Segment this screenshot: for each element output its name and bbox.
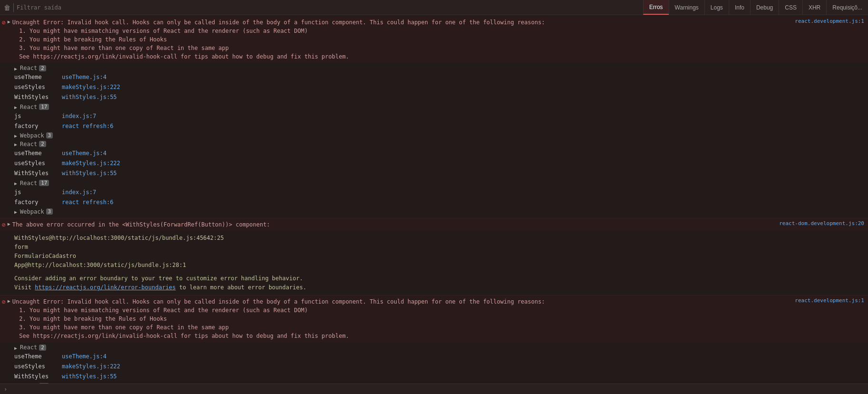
stack-row: factory react refresh:6 bbox=[14, 121, 868, 131]
stack-name: useStyles bbox=[14, 83, 62, 92]
error-file-ref-1[interactable]: react.development.js:1 bbox=[795, 18, 864, 24]
tab-requisicoes[interactable]: Requisiçõ... bbox=[826, 0, 868, 15]
stack-group-react-3[interactable]: ▶ React 2 bbox=[14, 140, 868, 148]
stack-file[interactable]: index.js:7 bbox=[62, 112, 96, 121]
tab-warnings[interactable]: Warnings bbox=[669, 0, 704, 15]
error2-line3: FormularioCadastro bbox=[14, 252, 864, 261]
expand-group-icon: ▶ bbox=[14, 181, 17, 186]
stack-count: 2 bbox=[39, 141, 46, 147]
stack-name: useTheme bbox=[14, 73, 62, 82]
stack-name: factory bbox=[14, 122, 62, 131]
console-prompt-icon: › bbox=[4, 386, 7, 393]
stack-group-label: React bbox=[20, 180, 37, 187]
stack-group-react-2[interactable]: ▶ React 17 bbox=[14, 103, 868, 111]
error-icon-2: ⊘ bbox=[2, 221, 6, 228]
stack-group-label: React bbox=[20, 344, 37, 351]
stack-row: WithStyles withStyles.js:55 bbox=[14, 168, 868, 178]
stack-row: useTheme useTheme.js:4 bbox=[14, 352, 868, 362]
expand-error-2[interactable]: ▶ bbox=[8, 221, 10, 227]
stack-group-label: React bbox=[20, 65, 37, 71]
stack-file[interactable]: react refresh:6 bbox=[62, 122, 113, 131]
stack-name: WithStyles bbox=[14, 169, 62, 178]
error-stack-1: ▶ React 2 useTheme useTheme.js:4 useStyl… bbox=[0, 63, 868, 218]
stack-row: useStyles makeStyles.js:222 bbox=[14, 362, 868, 372]
stack-row: useTheme useTheme.js:4 bbox=[14, 148, 868, 158]
stack-file[interactable]: react refresh:6 bbox=[62, 198, 113, 207]
error-file-ref-3[interactable]: react.development.js:1 bbox=[795, 297, 864, 304]
tab-debug[interactable]: Debug bbox=[750, 0, 779, 15]
stack-count: 2 bbox=[39, 65, 46, 71]
stack-group-react-4[interactable]: ▶ React 17 bbox=[14, 179, 868, 187]
stack-row: useStyles makeStyles.js:222 bbox=[14, 82, 868, 92]
stack-count: 17 bbox=[39, 104, 49, 110]
error-header-1: ⊘ ▶ Uncaught Error: Invalid hook call. H… bbox=[0, 16, 868, 63]
stack-file[interactable]: withStyles.js:55 bbox=[62, 372, 117, 381]
toolbar-left: 🗑 bbox=[0, 3, 643, 12]
error-header-3: ⊘ ▶ Uncaught Error: Invalid hook call. H… bbox=[0, 296, 868, 342]
expand-error-3[interactable]: ▶ bbox=[8, 298, 10, 304]
expand-group-icon: ▶ bbox=[14, 345, 17, 351]
stack-group-react-1[interactable]: ▶ React 2 bbox=[14, 64, 868, 72]
error-message-1: Uncaught Error: Invalid hook call. Hooks… bbox=[12, 18, 868, 61]
error2-line4: App@http://localhost:3000/static/js/bund… bbox=[14, 261, 864, 270]
stack-name: useTheme bbox=[14, 149, 62, 158]
stack-group-label: Webpack bbox=[20, 208, 44, 215]
bottom-bar: › bbox=[0, 384, 868, 394]
stack-name: useStyles bbox=[14, 159, 62, 168]
stack-row: js index.js:7 bbox=[14, 111, 868, 121]
error-boundaries-link[interactable]: https://reactjs.org/link/error-boundarie… bbox=[35, 284, 176, 291]
stack-group-webpack-1[interactable]: ▶ Webpack 3 bbox=[14, 131, 868, 140]
stack-group-webpack-2[interactable]: ▶ Webpack 3 bbox=[14, 207, 868, 216]
error2-line5: Consider adding an error boundary to you… bbox=[14, 274, 864, 283]
filter-input[interactable] bbox=[17, 4, 112, 11]
expand-group-icon: ▶ bbox=[14, 209, 17, 215]
error2-line2: form bbox=[14, 243, 864, 252]
error-block-1: ⊘ ▶ Uncaught Error: Invalid hook call. H… bbox=[0, 16, 868, 218]
stack-group-label: Webpack bbox=[20, 132, 44, 139]
stack-file[interactable]: makeStyles.js:222 bbox=[62, 83, 120, 92]
stack-row: useStyles makeStyles.js:222 bbox=[14, 158, 868, 168]
stack-count: 17 bbox=[39, 180, 49, 186]
stack-file[interactable]: useTheme.js:4 bbox=[62, 149, 107, 158]
tab-info[interactable]: Info bbox=[729, 0, 750, 15]
stack-name: js bbox=[14, 188, 62, 197]
console-area: ⊘ ▶ Uncaught Error: Invalid hook call. H… bbox=[0, 15, 868, 384]
stack-file[interactable]: withStyles.js:55 bbox=[62, 169, 117, 178]
stack-file[interactable]: makeStyles.js:222 bbox=[62, 362, 120, 371]
error-message-3: Uncaught Error: Invalid hook call. Hooks… bbox=[12, 297, 868, 340]
tab-erros[interactable]: Erros bbox=[643, 0, 669, 15]
tab-css[interactable]: CSS bbox=[779, 0, 802, 15]
tab-logs[interactable]: Logs bbox=[704, 0, 729, 15]
stack-count: 3 bbox=[46, 208, 53, 215]
stack-file[interactable]: index.js:7 bbox=[62, 188, 96, 197]
toolbar-tabs: Erros Warnings Logs Info Debug CSS XHR R… bbox=[643, 0, 868, 15]
error-file-ref-2[interactable]: react-dom.development.js:20 bbox=[779, 220, 864, 227]
stack-name: WithStyles bbox=[14, 372, 62, 381]
error2-line6: Visit https://reactjs.org/link/error-bou… bbox=[14, 283, 864, 292]
stack-row: WithStyles withStyles.js:55 bbox=[14, 92, 868, 102]
stack-file[interactable]: makeStyles.js:222 bbox=[62, 159, 120, 168]
stack-name: js bbox=[14, 112, 62, 121]
stack-row: js index.js:7 bbox=[14, 187, 868, 197]
error2-body: WithStyles@http://localhost:3000/static/… bbox=[0, 231, 868, 295]
stack-name: WithStyles bbox=[14, 93, 62, 102]
stack-count: 3 bbox=[46, 132, 53, 138]
error-stack-3: ▶ React 2 useTheme useTheme.js:4 useStyl… bbox=[0, 342, 868, 384]
stack-file[interactable]: withStyles.js:55 bbox=[62, 93, 117, 102]
error-block-3: ⊘ ▶ Uncaught Error: Invalid hook call. H… bbox=[0, 296, 868, 384]
stack-name: useStyles bbox=[14, 362, 62, 371]
toolbar-divider bbox=[13, 3, 14, 12]
expand-group-icon: ▶ bbox=[14, 142, 17, 147]
expand-group-icon: ▶ bbox=[14, 133, 17, 138]
stack-row: factory react refresh:6 bbox=[14, 197, 868, 207]
expand-error-1[interactable]: ▶ bbox=[8, 19, 10, 24]
expand-group-icon: ▶ bbox=[14, 66, 17, 71]
stack-file[interactable]: useTheme.js:4 bbox=[62, 73, 107, 82]
stack-group-react-5[interactable]: ▶ React 2 bbox=[14, 343, 868, 352]
error-message-2: The above error occurred in the <WithSty… bbox=[12, 220, 868, 229]
clear-console-button[interactable]: 🗑 bbox=[4, 4, 10, 11]
stack-file[interactable]: useTheme.js:4 bbox=[62, 352, 107, 361]
stack-row: useTheme useTheme.js:4 bbox=[14, 72, 868, 82]
stack-count: 2 bbox=[39, 345, 46, 351]
tab-xhr[interactable]: XHR bbox=[802, 0, 826, 15]
